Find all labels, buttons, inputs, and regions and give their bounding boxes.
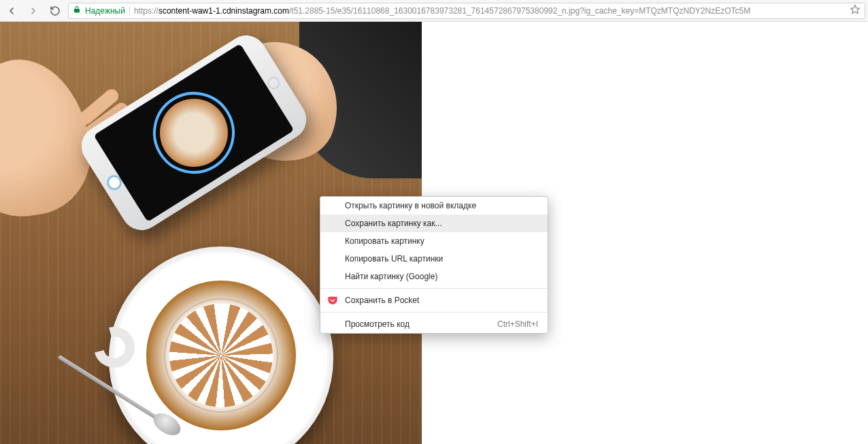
ctx-copy-image[interactable]: Копировать картинку: [320, 232, 548, 250]
lock-icon: [73, 5, 81, 16]
ctx-divider: [320, 312, 548, 313]
cup-rim: [164, 298, 278, 413]
star-icon[interactable]: [850, 4, 861, 17]
ctx-item-label: Найти картинку (Google): [345, 272, 437, 281]
pocket-icon: [327, 295, 338, 306]
ctx-item-label: Копировать URL картинки: [345, 254, 443, 264]
ctx-item-label: Сохранить в Pocket: [345, 296, 419, 305]
ctx-save-to-pocket[interactable]: Сохранить в Pocket: [320, 291, 548, 309]
addr-separator: [129, 6, 130, 16]
ctx-item-label: Копировать картинку: [345, 236, 424, 246]
ctx-open-image-new-tab[interactable]: Открыть картинку в новой вкладке: [320, 197, 548, 215]
coffee-cup: [146, 281, 296, 430]
context-menu: Открыть картинку в новой вкладке Сохрани…: [320, 196, 548, 334]
ctx-search-image-google[interactable]: Найти картинку (Google): [320, 268, 548, 285]
forward-button[interactable]: [24, 2, 42, 20]
ctx-item-label: Просмотреть код: [345, 319, 410, 329]
ctx-item-label: Открыть картинку в новой вкладке: [345, 201, 476, 210]
viewport: Открыть картинку в новой вкладке Сохрани…: [0, 22, 868, 444]
ctx-copy-image-url[interactable]: Копировать URL картинки: [320, 250, 548, 268]
browser-toolbar: Надежный https://scontent-waw1-1.cdninst…: [0, 0, 868, 22]
camera-ring: [137, 76, 250, 189]
ctx-view-source[interactable]: Просмотреть код Ctrl+Shift+I: [320, 315, 548, 333]
back-button[interactable]: [3, 2, 20, 20]
ctx-save-image-as[interactable]: Сохранить картинку как...: [320, 215, 548, 232]
camera-preview: [147, 86, 241, 180]
ctx-shortcut: Ctrl+Shift+I: [497, 315, 538, 333]
url-text: https://scontent-waw1-1.cdninstagram.com…: [134, 6, 846, 16]
security-label: Надежный: [85, 6, 125, 16]
reload-button[interactable]: [46, 2, 64, 20]
ctx-divider: [320, 288, 548, 289]
svg-marker-0: [850, 5, 859, 14]
address-bar[interactable]: Надежный https://scontent-waw1-1.cdninst…: [68, 3, 865, 19]
ctx-item-label: Сохранить картинку как...: [345, 219, 442, 228]
